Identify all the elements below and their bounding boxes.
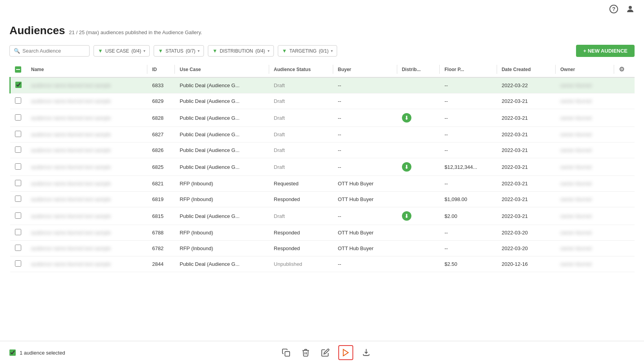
targeting-filter-button[interactable]: ▼ TARGETING (0/1) ▾ <box>278 45 338 57</box>
cell-date-created: 2022-03-22 <box>497 77 556 93</box>
filter-icon-status: ▼ <box>158 48 163 54</box>
cell-date-created: 2022-03-21 <box>497 158 556 176</box>
col-header-buyer: Buyer <box>333 62 397 77</box>
cell-owner: owner blurred <box>556 109 614 127</box>
settings-gear-icon[interactable]: ⚙ <box>619 66 624 73</box>
col-header-audience-status: Audience Status <box>269 62 333 77</box>
targeting-filter-label: TARGETING <box>289 48 316 54</box>
user-icon[interactable] <box>624 3 636 15</box>
cell-id: 6782 <box>147 241 175 256</box>
cell-use-case: Public Deal (Audience G... <box>175 158 269 176</box>
cell-floor-price: -- <box>440 127 497 143</box>
cell-buyer: OTT Hub Buyer <box>333 192 397 207</box>
use-case-filter-button[interactable]: ▼ USE CASE (0/4) ▾ <box>94 45 150 57</box>
table-row: audience name blurred text sample6826Pub… <box>10 143 635 158</box>
download-button[interactable] <box>360 346 373 359</box>
cell-floor-price: -- <box>440 77 497 93</box>
new-audience-button[interactable]: + NEW AUDIENCE <box>576 45 635 57</box>
cell-use-case: Public Deal (Audience G... <box>175 207 269 225</box>
status-filter-button[interactable]: ▼ STATUS (0/7) ▾ <box>154 45 204 57</box>
cell-use-case: RFP (Inbound) <box>175 192 269 207</box>
row-checkbox[interactable] <box>15 229 21 235</box>
row-checkbox[interactable] <box>15 245 21 251</box>
copy-button[interactable] <box>279 346 293 359</box>
col-header-settings[interactable]: ⚙ <box>614 62 635 77</box>
page-title: Audiences <box>9 24 65 37</box>
cell-owner: owner blurred <box>556 225 614 241</box>
chevron-down-icon-2: ▾ <box>198 49 200 53</box>
publish-button[interactable] <box>338 345 353 360</box>
bottom-bar: 1 audience selected <box>0 341 644 364</box>
row-checkbox[interactable] <box>15 131 21 137</box>
cell-id: 6828 <box>147 109 175 127</box>
row-checkbox[interactable] <box>15 196 21 202</box>
cell-owner: owner blurred <box>556 127 614 143</box>
cell-buyer: OTT Hub Buyer <box>333 241 397 256</box>
cell-distrib <box>397 225 440 241</box>
cell-distrib <box>397 93 440 109</box>
cell-distrib: ⬇ <box>397 109 440 127</box>
cell-owner: owner blurred <box>556 207 614 225</box>
table-row: audience name blurred text sample6819RFP… <box>10 192 635 207</box>
cell-distrib <box>397 127 440 143</box>
table-row: audience name blurred text sample6827Pub… <box>10 127 635 143</box>
use-case-filter-count: (0/4) <box>132 48 141 54</box>
cell-name: audience name blurred text sample <box>26 109 147 127</box>
cell-name: audience name blurred text sample <box>26 77 147 93</box>
search-box[interactable]: 🔍 <box>9 45 90 57</box>
cell-distrib <box>397 77 440 93</box>
cell-use-case: Public Deal (Audience G... <box>175 77 269 93</box>
col-header-floor-p: Floor P... <box>440 62 497 77</box>
select-all-checkbox[interactable] <box>15 66 21 73</box>
distribution-filter-button[interactable]: ▼ DISTRIBUTION (0/4) ▾ <box>208 45 273 57</box>
cell-date-created: 2022-03-20 <box>497 225 556 241</box>
cell-floor-price: $2.00 <box>440 207 497 225</box>
cell-name: audience name blurred text sample <box>26 143 147 158</box>
search-input[interactable] <box>22 48 85 54</box>
row-checkbox[interactable] <box>15 82 22 88</box>
cell-buyer: -- <box>333 158 397 176</box>
cell-name: audience name blurred text sample <box>26 241 147 256</box>
cell-buyer: OTT Hub Buyer <box>333 225 397 241</box>
cell-use-case: RFP (Inbound) <box>175 241 269 256</box>
search-icon: 🔍 <box>14 48 20 54</box>
cell-audience-status: Draft <box>269 109 333 127</box>
row-checkbox[interactable] <box>15 163 21 170</box>
row-checkbox[interactable] <box>15 180 21 186</box>
cell-id: 6821 <box>147 176 175 192</box>
top-bar: ? <box>0 0 644 18</box>
cell-audience-status: Responded <box>269 241 333 256</box>
row-checkbox[interactable] <box>15 97 21 104</box>
cell-use-case: RFP (Inbound) <box>175 176 269 192</box>
status-filter-count: (0/7) <box>186 48 196 54</box>
new-audience-label: + NEW AUDIENCE <box>583 48 627 54</box>
cell-date-created: 2022-03-21 <box>497 176 556 192</box>
filter-icon-targeting: ▼ <box>282 48 287 54</box>
delete-button[interactable] <box>299 346 312 359</box>
page-subtitle: 21 / 25 (max) audiences published in the… <box>69 29 202 35</box>
table-row: audience name blurred text sample6788RFP… <box>10 225 635 241</box>
table-row: audience name blurred text sample6829Pub… <box>10 93 635 109</box>
edit-button[interactable] <box>319 346 332 359</box>
cell-id: 2844 <box>147 256 175 272</box>
col-header-date-created: Date Created <box>497 62 556 77</box>
cell-buyer: -- <box>333 207 397 225</box>
cell-buyer: OTT Hub Buyer <box>333 176 397 192</box>
distribution-filter-count: (0/4) <box>255 48 265 54</box>
distribution-icon: ⬇ <box>402 211 411 221</box>
cell-audience-status: Draft <box>269 143 333 158</box>
cell-audience-status: Responded <box>269 192 333 207</box>
bottom-select-checkbox[interactable] <box>9 349 16 356</box>
row-checkbox[interactable] <box>15 212 21 219</box>
help-icon[interactable]: ? <box>608 3 620 15</box>
table-row: audience name blurred text sample6815Pub… <box>10 207 635 225</box>
table-header-row: Name ID Use Case Audience Status <box>10 62 635 77</box>
row-checkbox[interactable] <box>15 114 21 121</box>
row-checkbox[interactable] <box>15 260 21 267</box>
cell-distrib <box>397 192 440 207</box>
select-all-header[interactable] <box>10 62 27 77</box>
cell-distrib <box>397 143 440 158</box>
chevron-down-icon-4: ▾ <box>331 49 333 53</box>
col-header-owner: Owner <box>556 62 614 77</box>
row-checkbox[interactable] <box>15 146 21 153</box>
